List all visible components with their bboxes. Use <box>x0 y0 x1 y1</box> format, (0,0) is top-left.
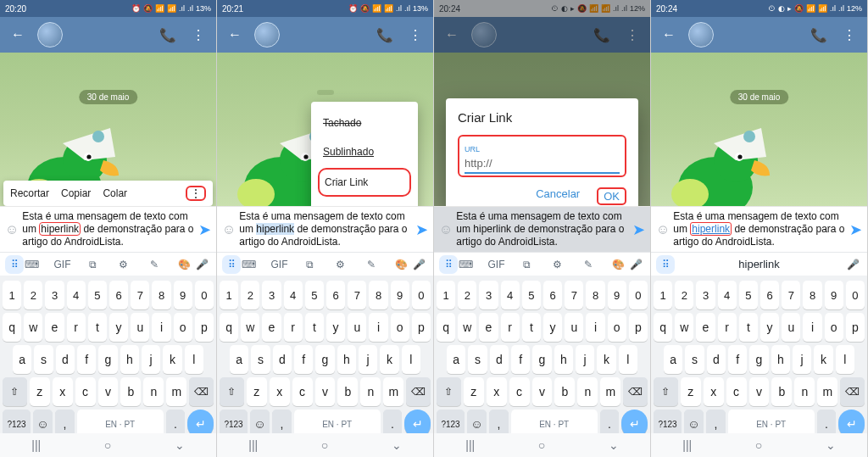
apps-icon[interactable]: ⠿ <box>439 255 458 274</box>
key-s[interactable]: s <box>685 345 704 374</box>
key-a[interactable]: a <box>447 345 465 374</box>
key-w[interactable]: w <box>24 313 42 342</box>
call-button[interactable]: 📞 <box>157 24 179 46</box>
key-0[interactable]: 0 <box>195 281 214 309</box>
key-j[interactable]: j <box>576 345 594 374</box>
key-w[interactable]: w <box>675 313 693 342</box>
key-w[interactable]: w <box>241 313 259 342</box>
key-0[interactable]: 0 <box>846 281 865 309</box>
key-h[interactable]: h <box>554 345 573 374</box>
call-button[interactable]: 📞 <box>374 24 396 46</box>
key-y[interactable]: y <box>326 313 345 342</box>
apps-icon[interactable]: ⠿ <box>5 255 24 274</box>
key-e[interactable]: e <box>696 313 715 342</box>
apps-icon[interactable]: ⠿ <box>656 255 675 274</box>
key-r[interactable]: r <box>501 313 520 342</box>
key-j[interactable]: j <box>793 345 811 374</box>
palette-icon[interactable]: 🎨 <box>392 255 411 274</box>
key-c[interactable]: c <box>726 377 747 406</box>
apps-icon[interactable]: ⠿ <box>222 255 241 274</box>
key-p[interactable]: p <box>846 313 865 342</box>
key-5[interactable]: 5 <box>522 281 541 309</box>
dialog-ok-button[interactable]: OK <box>597 187 626 205</box>
send-button[interactable]: ➤ <box>415 220 428 239</box>
more-button[interactable]: ⋮ <box>404 24 426 46</box>
key-6[interactable]: 6 <box>326 281 345 309</box>
key-⌫[interactable]: ⌫ <box>623 377 648 406</box>
key-m[interactable]: m <box>600 377 620 406</box>
key-s[interactable]: s <box>251 345 270 374</box>
key-5[interactable]: 5 <box>305 281 324 309</box>
key-3[interactable]: 3 <box>479 281 498 309</box>
key-x[interactable]: x <box>53 377 73 406</box>
nav-home[interactable]: ○ <box>321 438 328 452</box>
key-z[interactable]: z <box>30 377 50 406</box>
key-⇧[interactable]: ⇧ <box>437 377 461 406</box>
key-o[interactable]: o <box>825 313 843 342</box>
key-4[interactable]: 4 <box>501 281 520 309</box>
palette-icon[interactable]: 🎨 <box>175 255 194 274</box>
ctx-paste[interactable]: Colar <box>103 187 127 199</box>
key-0[interactable]: 0 <box>412 281 431 309</box>
url-input[interactable]: http:// <box>465 155 620 174</box>
key-4[interactable]: 4 <box>718 281 737 309</box>
menu-underline[interactable]: Sublinhado <box>311 137 418 166</box>
compose-area[interactable]: ☺ Esta é uma mensagem de texto com um hi… <box>0 206 216 252</box>
mic-icon[interactable]: 🎤 <box>192 255 211 274</box>
pen-icon[interactable]: ✎ <box>145 255 164 274</box>
key-d[interactable]: d <box>707 345 726 374</box>
mic-icon[interactable]: 🎤 <box>626 255 645 274</box>
ctx-cut[interactable]: Recortar <box>10 187 49 199</box>
key-z[interactable]: z <box>681 377 701 406</box>
avatar[interactable] <box>37 22 63 47</box>
key-3[interactable]: 3 <box>696 281 715 309</box>
selected-word[interactable]: hiperlink <box>39 222 81 236</box>
palette-icon[interactable]: 🎨 <box>609 255 628 274</box>
message-input[interactable]: Esta é uma mensagem de texto com um hipe… <box>22 210 195 248</box>
key-r[interactable]: r <box>284 313 303 342</box>
key-1[interactable]: 1 <box>220 281 238 309</box>
key-p[interactable]: p <box>412 313 431 342</box>
key-0[interactable]: 0 <box>629 281 648 309</box>
settings-icon[interactable]: ⚙ <box>331 255 350 274</box>
url-input-wrapper[interactable]: URL http:// <box>458 135 626 177</box>
kbswitch-icon[interactable]: ⌨ <box>240 255 259 274</box>
key-u[interactable]: u <box>782 313 800 342</box>
key-u[interactable]: u <box>348 313 366 342</box>
compose-area[interactable]: ☺ Esta é uma mensagem de texto com um hi… <box>217 206 433 252</box>
key-b[interactable]: b <box>554 377 575 406</box>
key-5[interactable]: 5 <box>88 281 107 309</box>
key-h[interactable]: h <box>337 345 356 374</box>
key-⇧[interactable]: ⇧ <box>3 377 27 406</box>
gif-icon[interactable]: GIF <box>270 255 289 274</box>
settings-icon[interactable]: ⚙ <box>114 255 133 274</box>
key-k[interactable]: k <box>380 345 398 374</box>
nav-recent[interactable]: ||| <box>31 438 41 452</box>
keyboard-suggestion[interactable]: hiperlink <box>738 258 779 270</box>
key-⌫[interactable]: ⌫ <box>840 377 865 406</box>
dialog-cancel-button[interactable]: Cancelar <box>536 187 580 205</box>
key-z[interactable]: z <box>464 377 484 406</box>
key-⌫[interactable]: ⌫ <box>406 377 431 406</box>
key-e[interactable]: e <box>45 313 64 342</box>
key-x[interactable]: x <box>270 377 290 406</box>
key-t[interactable]: t <box>522 313 541 342</box>
key-a[interactable]: a <box>230 345 248 374</box>
key-j[interactable]: j <box>142 345 160 374</box>
key-y[interactable]: y <box>760 313 779 342</box>
key-8[interactable]: 8 <box>369 281 387 309</box>
key-1[interactable]: 1 <box>654 281 672 309</box>
mic-icon[interactable]: 🎤 <box>843 255 862 274</box>
key-s[interactable]: s <box>34 345 53 374</box>
key-4[interactable]: 4 <box>284 281 303 309</box>
nav-home[interactable]: ○ <box>104 438 111 452</box>
key-c[interactable]: c <box>509 377 530 406</box>
key-h[interactable]: h <box>120 345 139 374</box>
key-f[interactable]: f <box>511 345 530 374</box>
key-s[interactable]: s <box>468 345 487 374</box>
key-c[interactable]: c <box>292 377 313 406</box>
key-u[interactable]: u <box>131 313 149 342</box>
key-p[interactable]: p <box>195 313 214 342</box>
back-button[interactable]: ← <box>658 24 680 46</box>
key-v[interactable]: v <box>749 377 770 406</box>
